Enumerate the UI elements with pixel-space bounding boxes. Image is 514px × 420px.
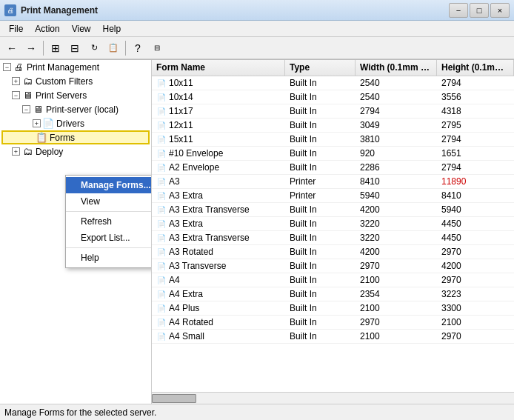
close-button[interactable]: × [490, 3, 510, 18]
maximize-button[interactable]: □ [470, 3, 489, 18]
table-row[interactable]: 📄 A4 Rotated Built In 2970 2100 [152, 316, 514, 330]
view-button[interactable]: ⊟ [148, 39, 166, 57]
table-header: Form Name Type Width (0.1mm u... Height … [152, 60, 514, 76]
cell-width: 2540 [356, 76, 437, 90]
table-row[interactable]: 📄 A4 Plus Built In 2100 3300 [152, 301, 514, 316]
table-row[interactable]: 📄 A3 Printer 8410 11890 [152, 175, 514, 189]
cell-name: 📄 A3 Extra Transverse [152, 231, 285, 244]
refresh-button[interactable]: ↻ [85, 39, 103, 57]
expand-icon[interactable]: − [22, 105, 30, 113]
menu-bar: File Action View Help [0, 21, 514, 37]
app-icon: 🖨 [4, 4, 16, 16]
title-bar: 🖨 Print Management − □ × [0, 0, 514, 21]
table-row[interactable]: 📄 15x11 Built In 3810 2794 [152, 133, 514, 147]
ctx-separator-2 [66, 247, 152, 248]
expand-icon[interactable]: − [12, 91, 20, 99]
cell-height: 1651 [437, 147, 514, 160]
export-button[interactable]: 📋 [104, 39, 122, 57]
cell-type: Built In [285, 301, 356, 315]
expand-icon[interactable]: + [12, 147, 20, 156]
ctx-manage-forms[interactable]: Manage Forms... [66, 177, 152, 193]
forward-button[interactable]: → [22, 39, 40, 57]
cell-name: 📄 11x17 [152, 104, 285, 118]
cell-width: 2540 [356, 90, 437, 104]
tree-item-deploy[interactable]: + 🗂 Deploy [0, 144, 151, 159]
table-row[interactable]: 📄 #10 Envelope Built In 920 1651 [152, 147, 514, 161]
table-row[interactable]: 📄 A2 Envelope Built In 2286 2794 [152, 161, 514, 175]
menu-action[interactable]: Action [29, 22, 65, 36]
form-row-icon: 📄 [156, 247, 167, 257]
form-row-icon: 📄 [156, 219, 167, 229]
local-server-icon: 🖥 [32, 104, 44, 116]
table-row[interactable]: 📄 12x11 Built In 3049 2795 [152, 119, 514, 133]
status-bar: Manage Forms for the selected server. [0, 404, 514, 420]
cell-height: 3556 [437, 90, 514, 104]
menu-view[interactable]: View [66, 22, 97, 36]
tree-item-drivers[interactable]: + 📄 Drivers [0, 116, 151, 130]
add-button[interactable]: ⊞ [47, 39, 64, 57]
forms-icon: 📋 [36, 132, 47, 144]
table-panel: Form Name Type Width (0.1mm u... Height … [152, 60, 514, 404]
form-row-icon: 📄 [156, 261, 167, 271]
cell-width: 2970 [356, 316, 437, 329]
col-width[interactable]: Width (0.1mm u... [356, 60, 437, 76]
cell-width: 3810 [356, 133, 437, 146]
table-row[interactable]: 📄 A3 Rotated Built In 4200 2970 [152, 245, 514, 259]
col-height[interactable]: Height (0.1mm ... [437, 60, 514, 76]
toolbar-sep-1 [43, 41, 44, 56]
ctx-export-list[interactable]: Export List... [66, 230, 152, 246]
cell-width: 3220 [356, 231, 437, 244]
form-row-icon: 📄 [156, 106, 167, 116]
cell-width: 4200 [356, 245, 437, 259]
expand-icon[interactable]: − [3, 63, 11, 71]
table-row[interactable]: 📄 A3 Extra Printer 5940 8410 [152, 189, 514, 203]
cell-name: 📄 A4 Extra [152, 287, 285, 301]
cell-height: 2794 [437, 161, 514, 174]
drivers-icon: 📄 [42, 118, 54, 130]
menu-file[interactable]: File [3, 22, 29, 36]
table-body: 📄 10x11 Built In 2540 2794 📄 10x14 Built… [152, 76, 514, 392]
ctx-view[interactable]: View ▶ [66, 193, 152, 210]
cell-height: 3300 [437, 301, 514, 315]
table-row[interactable]: 📄 10x11 Built In 2540 2794 [152, 76, 514, 90]
horizontal-scrollbar[interactable] [152, 392, 514, 404]
remove-button[interactable]: ⊟ [66, 39, 84, 57]
cell-height: 4450 [437, 231, 514, 244]
ctx-refresh[interactable]: Refresh [66, 213, 152, 230]
toolbar-sep-2 [125, 41, 126, 56]
cell-name: 📄 12x11 [152, 119, 285, 132]
form-row-icon: 📄 [156, 120, 167, 130]
tree-item-custom-filters[interactable]: + 🗂 Custom Filters [0, 74, 151, 88]
scrollbar-thumb[interactable] [152, 394, 196, 403]
table-row[interactable]: 📄 10x14 Built In 2540 3556 [152, 90, 514, 104]
help-button[interactable]: ? [129, 39, 147, 57]
ctx-help[interactable]: Help [66, 250, 152, 266]
deploy-icon: 🗂 [21, 146, 33, 158]
tree-item-print-management[interactable]: − 🖨 Print Management [0, 60, 151, 74]
cell-width: 2970 [356, 259, 437, 273]
back-button[interactable]: ← [3, 39, 21, 57]
col-type[interactable]: Type [285, 60, 356, 76]
print-servers-icon: 🖥 [21, 90, 33, 101]
custom-filters-icon: 🗂 [21, 76, 33, 87]
tree-item-print-server-local[interactable]: − 🖥 Print-server (local) [0, 102, 151, 116]
table-row[interactable]: 📄 A3 Transverse Built In 2970 4200 [152, 259, 514, 273]
minimize-button[interactable]: − [449, 3, 468, 18]
expand-icon[interactable]: + [33, 119, 41, 127]
form-row-icon: 📄 [156, 303, 167, 313]
cell-width: 920 [356, 147, 437, 160]
table-row[interactable]: 📄 A4 Built In 2100 2970 [152, 273, 514, 287]
table-row[interactable]: 📄 A3 Extra Built In 3220 4450 [152, 217, 514, 231]
expand-icon[interactable]: + [12, 77, 20, 85]
table-row[interactable]: 📄 11x17 Built In 2794 4318 [152, 104, 514, 119]
cell-type: Built In [285, 231, 356, 244]
tree-item-forms[interactable]: 📋 Forms [1, 130, 150, 144]
table-row[interactable]: 📄 A3 Extra Transverse Built In 4200 5940 [152, 203, 514, 217]
table-row[interactable]: 📄 A4 Extra Built In 2354 3223 [152, 287, 514, 301]
table-row[interactable]: 📄 A4 Small Built In 2100 2970 [152, 330, 514, 344]
tree-item-print-servers[interactable]: − 🖥 Print Servers [0, 88, 151, 102]
table-row[interactable]: 📄 A3 Extra Transverse Built In 3220 4450 [152, 231, 514, 245]
menu-help[interactable]: Help [97, 22, 127, 36]
scrollbar-track[interactable] [152, 393, 514, 404]
col-form-name[interactable]: Form Name [152, 60, 285, 76]
